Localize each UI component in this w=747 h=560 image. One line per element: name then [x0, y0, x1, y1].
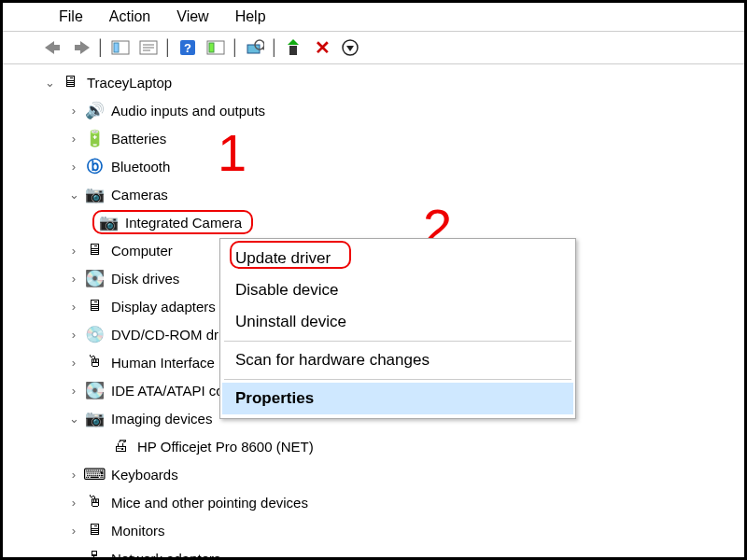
keyboard-icon: ⌨ [83, 465, 106, 483]
context-disable-device[interactable]: Disable device [222, 274, 573, 306]
tree-node-network[interactable]: › 🖧 Network adapters [42, 544, 737, 560]
tree-node-audio[interactable]: › 🔊 Audio inputs and outputs [42, 96, 737, 124]
action-button[interactable] [203, 35, 229, 60]
tree-node-cameras[interactable]: ⌄ 📷 Cameras [42, 180, 737, 208]
back-button[interactable] [40, 35, 66, 60]
help-button[interactable]: ? [175, 35, 201, 60]
toolbar-separator: │ [163, 35, 173, 60]
twisty-collapsed-icon[interactable]: › [66, 327, 81, 342]
computer-icon: 🖥 [59, 73, 81, 91]
svg-text:?: ? [184, 41, 191, 55]
twisty-collapsed-icon[interactable]: › [66, 271, 81, 286]
bluetooth-icon: ⓑ [83, 157, 106, 175]
disk-icon: 💽 [83, 269, 106, 287]
toolbar-separator: │ [270, 35, 279, 60]
context-menu: Update driver Disable device Uninstall d… [219, 238, 576, 419]
annotation-1: 1 [218, 122, 247, 183]
svg-marker-16 [346, 46, 354, 51]
highlight-outline-1: 📷 Integrated Camera [92, 210, 253, 234]
twisty-collapsed-icon[interactable]: › [66, 551, 81, 560]
twisty-expanded-icon[interactable]: ⌄ [42, 75, 57, 90]
svg-rect-9 [209, 43, 214, 52]
twisty-collapsed-icon[interactable]: › [66, 383, 81, 398]
camera-icon: 📷 [97, 213, 120, 231]
twisty-expanded-icon[interactable]: ⌄ [66, 411, 81, 426]
monitor-icon: 🖥 [83, 521, 106, 539]
twisty-collapsed-icon[interactable]: › [66, 495, 81, 510]
camera-icon: 📷 [83, 185, 106, 203]
node-label: Disk drives [109, 271, 181, 287]
toolbar-separator: │ [96, 35, 106, 60]
tree-node-batteries[interactable]: › 🔋 Batteries [42, 124, 737, 152]
svg-line-12 [262, 48, 264, 49]
svg-marker-14 [288, 39, 299, 45]
context-uninstall-device[interactable]: Uninstall device [222, 306, 573, 338]
node-label: Batteries [109, 131, 168, 147]
tree-node-mice[interactable]: › 🖱 Mice and other pointing devices [42, 488, 737, 516]
node-label: Network adapters [109, 551, 223, 561]
context-properties[interactable]: Properties [222, 383, 573, 414]
mouse-icon: 🖱 [83, 493, 106, 511]
uninstall-device-button[interactable]: ✕ [309, 35, 335, 60]
node-label: Bluetooth [109, 159, 172, 175]
twisty-collapsed-icon[interactable]: › [66, 159, 81, 174]
toolbar: │ │ ? │ │ ✕ [3, 32, 744, 64]
tree-node-keyboards[interactable]: › ⌨ Keyboards [42, 460, 737, 488]
node-label: Monitors [109, 523, 167, 539]
twisty-collapsed-icon[interactable]: › [66, 299, 81, 314]
scan-hardware-button[interactable] [242, 35, 268, 60]
menu-help[interactable]: Help [235, 8, 266, 25]
context-separator [224, 341, 571, 342]
twisty-collapsed-icon[interactable]: › [66, 243, 81, 258]
tree-node-monitors[interactable]: › 🖥 Monitors [42, 516, 737, 544]
disable-device-button[interactable] [337, 35, 363, 60]
twisty-expanded-icon[interactable]: ⌄ [66, 187, 81, 202]
twisty-collapsed-icon[interactable]: › [66, 467, 81, 482]
display-icon: 🖥 [83, 297, 106, 315]
svg-rect-1 [114, 43, 119, 52]
node-label: Keyboards [109, 467, 180, 483]
node-label: Audio inputs and outputs [109, 103, 267, 119]
context-separator [224, 379, 571, 380]
battery-icon: 🔋 [83, 129, 106, 147]
menu-bar: File Action View Help [3, 3, 744, 29]
hid-icon: 🖱 [83, 353, 106, 371]
context-scan-hardware[interactable]: Scan for hardware changes [222, 344, 573, 376]
twisty-collapsed-icon[interactable]: › [66, 523, 81, 538]
node-label: Computer [109, 243, 175, 259]
root-label: TraceyLaptop [85, 75, 174, 91]
ide-icon: 💽 [83, 381, 106, 399]
disc-icon: 💿 [83, 325, 106, 343]
twisty-spacer [92, 439, 107, 454]
printer-icon: 🖨 [109, 437, 132, 455]
node-label: Display adapters [109, 299, 218, 315]
node-label: Mice and other pointing devices [109, 495, 310, 511]
menu-file[interactable]: File [59, 8, 83, 25]
computer-icon: 🖥 [83, 241, 106, 259]
network-icon: 🖧 [83, 549, 106, 560]
properties-button[interactable] [135, 35, 162, 60]
twisty-collapsed-icon[interactable]: › [66, 131, 81, 146]
tree-node-integrated-camera[interactable]: 📷 Integrated Camera [42, 208, 737, 236]
toolbar-separator: │ [231, 35, 240, 60]
camera-icon: 📷 [83, 409, 106, 427]
tree-node-hp-printer[interactable]: 🖨 HP Officejet Pro 8600 (NET) [42, 432, 737, 460]
update-driver-button[interactable] [281, 35, 307, 60]
context-update-driver[interactable]: Update driver [222, 243, 573, 274]
menu-view[interactable]: View [176, 8, 208, 25]
node-label: HP Officejet Pro 8600 (NET) [135, 439, 316, 455]
node-label: Integrated Camera [123, 215, 244, 231]
menu-action[interactable]: Action [109, 8, 150, 25]
forward-button[interactable] [68, 35, 94, 60]
node-label: Imaging devices [109, 411, 214, 427]
svg-rect-13 [289, 46, 297, 55]
speaker-icon: 🔊 [83, 101, 106, 119]
show-hide-console-button[interactable] [107, 35, 134, 60]
twisty-collapsed-icon[interactable]: › [66, 355, 81, 370]
twisty-collapsed-icon[interactable]: › [66, 103, 81, 118]
tree-node-bluetooth[interactable]: › ⓑ Bluetooth [42, 152, 737, 180]
node-label: Cameras [109, 187, 170, 203]
tree-root[interactable]: ⌄ 🖥 TraceyLaptop [42, 68, 737, 96]
